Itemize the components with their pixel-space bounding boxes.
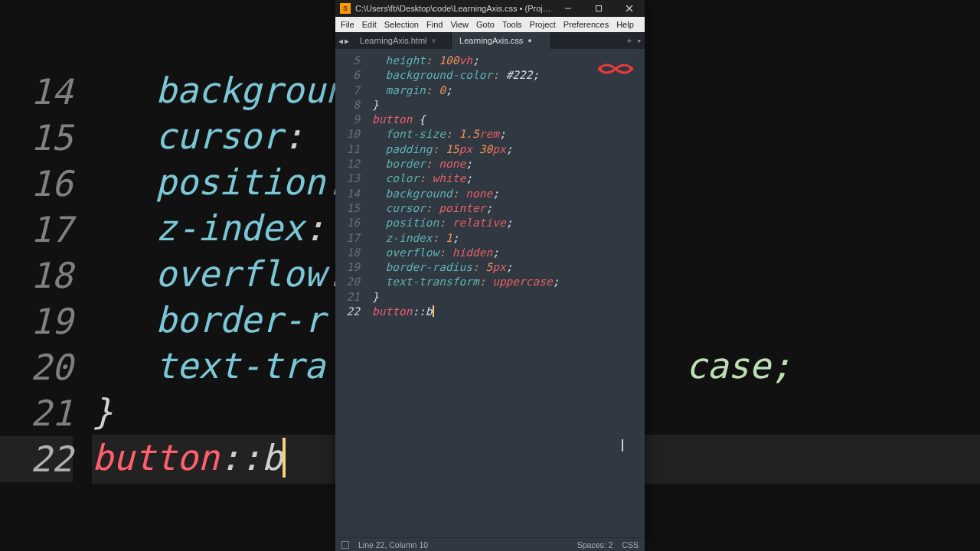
menu-project[interactable]: Project [526, 20, 560, 29]
tab-learningaxis-css[interactable]: LearningAxis.css ● [452, 32, 551, 49]
bg-ln: 19 [0, 298, 73, 344]
tab-dirty-icon: ● [528, 37, 531, 44]
menu-preferences[interactable]: Preferences [560, 20, 612, 29]
new-tab-icon[interactable]: + [627, 36, 632, 46]
menu-find[interactable]: Find [423, 20, 446, 29]
menu-selection[interactable]: Selection [381, 20, 423, 29]
menubar: File Edit Selection Find View Goto Tools… [335, 17, 645, 32]
maximize-icon [595, 5, 603, 12]
close-icon [626, 5, 633, 12]
tab-history-nav: ◀ ▶ [335, 32, 352, 49]
close-button[interactable] [614, 0, 645, 17]
tab-label: LearningAxis.html [360, 36, 426, 45]
tabbar-right: + ▾ [627, 32, 645, 49]
bg-ln: 14 [0, 69, 73, 115]
channel-logo-icon [597, 60, 634, 78]
statusbar: Line 22, Column 10 Spaces: 2 CSS [335, 537, 645, 551]
line-gutter: 5678910111213141516171819202122 [335, 49, 368, 537]
editor-window: S C:\Users\fb\Desktop\code\LearningAxis.… [335, 0, 645, 551]
bg-ln: 20 [0, 344, 73, 390]
bg-gutter: 14 15 16 17 18 19 20 21 22 [0, 69, 92, 482]
cursor-position[interactable]: Line 22, Column 10 [358, 540, 428, 549]
window-title: C:\Users\fb\Desktop\code\LearningAxis.cs… [355, 4, 553, 13]
svg-rect-1 [596, 6, 602, 11]
tab-learningaxis-html[interactable]: LearningAxis.html × [352, 32, 452, 49]
tab-close-icon[interactable]: × [432, 37, 436, 45]
minimize-icon [564, 5, 572, 12]
menu-tools[interactable]: Tools [498, 20, 526, 29]
window-buttons [553, 0, 645, 17]
text-cursor-icon [622, 439, 623, 452]
bg-ln: 16 [0, 161, 73, 207]
nav-forward-icon[interactable]: ▶ [345, 37, 349, 45]
app-icon: S [340, 3, 351, 14]
tab-label: LearningAxis.css [459, 36, 523, 45]
titlebar[interactable]: S C:\Users\fb\Desktop\code\LearningAxis.… [335, 0, 645, 17]
maximize-button[interactable] [583, 0, 614, 17]
menu-help[interactable]: Help [612, 20, 638, 29]
indentation-selector[interactable]: Spaces: 2 [577, 540, 613, 549]
code-area[interactable]: height: 100vh; background-color: #222; m… [368, 49, 645, 537]
menu-view[interactable]: View [446, 20, 472, 29]
minimize-button[interactable] [553, 0, 583, 17]
nav-back-icon[interactable]: ◀ [338, 37, 343, 45]
tabbar: ◀ ▶ LearningAxis.html × LearningAxis.css… [335, 32, 645, 49]
syntax-selector[interactable]: CSS [622, 540, 639, 549]
panel-toggle-icon[interactable] [341, 541, 349, 549]
bg-ln: 17 [0, 207, 73, 253]
bg-ln: 15 [0, 115, 73, 161]
bg-ln: 18 [0, 253, 73, 298]
bg-ln: 22 [0, 436, 73, 482]
bg-ln: 21 [0, 390, 73, 436]
menu-file[interactable]: File [337, 20, 358, 29]
menu-goto[interactable]: Goto [472, 20, 498, 29]
bg-cursor-icon [283, 438, 286, 478]
menu-edit[interactable]: Edit [358, 20, 381, 29]
tab-dropdown-icon[interactable]: ▾ [636, 36, 642, 46]
editor-area[interactable]: 5678910111213141516171819202122 height: … [335, 49, 645, 537]
